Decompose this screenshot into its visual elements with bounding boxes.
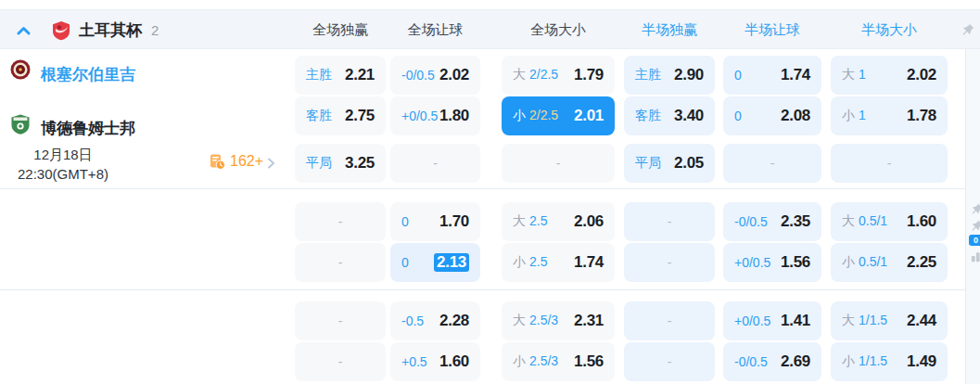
odds-cell[interactable]: 主胜 2.21 (295, 56, 386, 95)
odds-cell[interactable]: 客胜 3.40 (624, 96, 715, 135)
doc-clock-icon (210, 154, 225, 170)
odds-cell[interactable]: +0/0.5 1.80 (390, 96, 480, 135)
odds-cell-empty: - (723, 144, 821, 183)
column-header-ft-overunder: 全场大小 (502, 10, 615, 50)
odds-cell[interactable]: 平局 3.25 (295, 144, 386, 183)
odds-cell[interactable]: 小2.5 1.74 (502, 243, 615, 282)
odds-cell[interactable]: -0/0.5 2.35 (723, 202, 821, 241)
odds-cell-empty: - (295, 202, 386, 241)
odds-cell[interactable]: 大1 2.02 (831, 56, 948, 95)
collapse-chevron-up-icon[interactable] (17, 23, 32, 38)
more-markets-count: 162+ (230, 153, 263, 170)
odds-cell-flash[interactable]: 0 2.13 (390, 243, 480, 282)
section-divider (0, 289, 965, 290)
odds-cell[interactable]: 0 2.08 (723, 96, 821, 135)
away-team-badge (10, 114, 31, 134)
right-edge-strip (965, 49, 980, 384)
odds-cell-empty: - (624, 202, 715, 241)
odds-cell[interactable]: 小2.5/3 1.56 (502, 342, 615, 381)
odds-cell-empty: - (502, 144, 615, 183)
odds-cell-empty: - (295, 243, 386, 282)
odds-cell-empty: - (624, 301, 715, 340)
column-header-ht-win: 半场独赢 (624, 10, 715, 50)
league-header-bar: 土耳其杯 2 全场独赢 全场让球 全场大小 半场独赢 半场让球 半场大小 (0, 9, 980, 49)
odds-cell[interactable]: 大0.5/1 1.60 (831, 202, 948, 241)
bar-chart-icon[interactable] (970, 250, 980, 263)
away-team-name: 博德鲁姆士邦 (41, 118, 135, 139)
odds-cell[interactable]: -0/0.5 2.02 (390, 56, 480, 95)
section-divider (0, 188, 965, 189)
odds-cell-empty: - (295, 301, 386, 340)
odds-cell-empty: - (295, 342, 386, 381)
odds-cell[interactable]: -0/0.5 2.69 (723, 342, 821, 381)
odds-cell[interactable]: +0/0.5 1.56 (723, 243, 821, 282)
odds-cell[interactable]: 0 1.74 (723, 56, 821, 95)
odds-cell[interactable]: 大2.5/3 2.31 (502, 301, 615, 340)
odds-cell-empty: - (831, 144, 948, 183)
odds-panel: 土耳其杯 2 全场独赢 全场让球 全场大小 半场独赢 半场让球 半场大小 根塞尔… (0, 0, 980, 384)
match-time: 22:30(GMT+8) (2, 164, 124, 184)
league-header-left: 土耳其杯 2 (17, 10, 159, 50)
odds-cell[interactable]: +0.5 1.60 (390, 342, 480, 381)
column-header-ht-overunder: 半场大小 (831, 10, 948, 50)
odds-cell[interactable]: -0.5 2.28 (390, 301, 480, 340)
home-team-badge (10, 59, 31, 80)
home-team-name: 根塞尔伯里吉 (41, 64, 135, 85)
odds-cell[interactable]: 大1/1.5 2.44 (831, 301, 948, 340)
odds-cell[interactable]: 大2.5 2.06 (502, 202, 615, 241)
pin-icon[interactable] (970, 219, 980, 233)
odds-cell[interactable]: +0/0.5 1.41 (723, 301, 821, 340)
odds-cell[interactable]: 大2/2.5 1.79 (502, 56, 615, 95)
odds-cell[interactable]: 0 1.70 (390, 202, 480, 241)
chevron-right-icon (267, 156, 275, 167)
pin-icon[interactable] (970, 202, 980, 216)
column-header-ft-win: 全场独赢 (295, 10, 386, 50)
odds-cell[interactable]: 小1/1.5 1.49 (831, 342, 948, 381)
league-match-count: 2 (151, 22, 159, 38)
pin-icon[interactable] (961, 22, 975, 37)
match-date: 12月18日 (2, 145, 124, 164)
odds-cell-empty: - (624, 243, 715, 282)
column-header-ht-handicap: 半场让球 (723, 10, 821, 50)
odds-cell[interactable]: 小1 1.78 (831, 96, 948, 135)
live-score-badge[interactable]: 0 (969, 235, 980, 246)
odds-cell[interactable]: 客胜 2.75 (295, 96, 386, 135)
league-logo-icon (52, 20, 70, 41)
odds-cell-empty: - (624, 342, 715, 381)
league-title: 土耳其杯 (79, 19, 142, 41)
odds-cell[interactable]: 小0.5/1 2.25 (831, 243, 948, 282)
odds-cell[interactable]: 主胜 2.90 (624, 56, 715, 95)
more-markets-link[interactable]: 162+ (210, 152, 275, 171)
odds-cell[interactable]: 平局 2.05 (624, 144, 715, 183)
odds-cell-empty: - (390, 144, 480, 183)
match-datetime: 12月18日 22:30(GMT+8) (2, 145, 124, 184)
column-header-ft-handicap: 全场让球 (390, 10, 480, 50)
odds-cell-selected[interactable]: 小2/2.5 2.01 (502, 96, 615, 135)
